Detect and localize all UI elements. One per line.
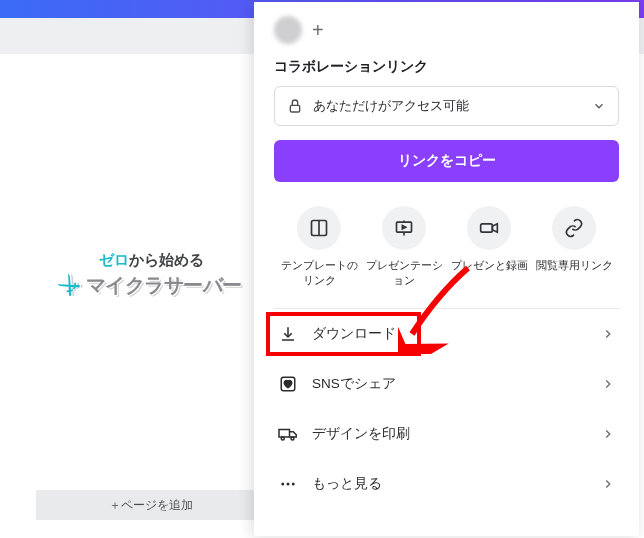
copy-link-label: リンクをコピー [398,152,496,170]
logo-top-rest: から始める [129,251,204,268]
link-icon [564,218,584,238]
more-label: もっと見る [312,475,382,493]
logo-top-line: ゼロから始める [60,251,242,270]
download-icon [278,324,298,344]
share-menu-list: ダウンロード SNSでシェア デザインを印刷 [274,308,619,509]
copy-link-button[interactable]: リンクをコピー [274,140,619,182]
view-only-link-button[interactable]: 閲覧専用リンク [533,206,615,288]
access-text: あなただけがアクセス可能 [313,97,469,115]
svg-point-14 [281,482,284,485]
camera-icon [479,218,499,238]
add-page-button[interactable]: ＋ページを追加 [36,490,266,520]
template-icon [309,218,329,238]
more-icon [278,474,298,494]
chevron-right-icon [601,377,615,391]
truck-icon [278,424,298,444]
svg-marker-8 [492,224,497,232]
template-link-button[interactable]: テンプレートのリンク [278,206,360,288]
svg-rect-11 [279,429,290,437]
svg-point-12 [281,437,284,440]
svg-point-16 [292,482,295,485]
download-row[interactable]: ダウンロード [274,309,619,359]
heart-icon [278,374,298,394]
lock-icon [287,98,303,114]
chevron-right-icon [601,477,615,491]
present-record-button[interactable]: プレゼンと録画 [448,206,530,288]
presentation-label: プレゼンテーション [363,258,445,288]
collaborator-row: + [274,16,619,44]
download-label: ダウンロード [312,325,396,343]
print-design-row[interactable]: デザインを印刷 [274,409,619,459]
logo-main-text: マイクラサーバー [86,272,242,299]
svg-point-15 [287,482,290,485]
avatar [274,16,302,44]
design-canvas: ゼロから始める ⚔ マイクラサーバー [36,120,266,430]
share-panel: + コラボレーションリンク あなただけがアクセス可能 リンクをコピー テンプレー… [254,2,639,536]
present-record-label: プレゼンと録画 [451,258,528,273]
access-dropdown[interactable]: あなただけがアクセス可能 [274,86,619,126]
svg-rect-0 [290,105,299,112]
template-link-label: テンプレートのリンク [278,258,360,288]
more-row[interactable]: もっと見る [274,459,619,509]
view-only-link-label: 閲覧専用リンク [536,258,613,273]
share-icon-grid: テンプレートのリンク プレゼンテーション プレゼンと録画 閲覧専用リンク [274,206,619,288]
svg-marker-6 [402,226,405,229]
svg-point-13 [291,437,294,440]
print-design-label: デザインを印刷 [312,425,410,443]
presentation-button[interactable]: プレゼンテーション [363,206,445,288]
sword-icon: ⚔ [54,269,86,301]
chevron-down-icon [592,99,606,113]
logo-accent-text: ゼロ [99,251,129,268]
add-collaborator-button[interactable]: + [312,19,324,42]
design-logo: ゼロから始める ⚔ マイクラサーバー [60,251,242,299]
chevron-right-icon [601,327,615,341]
svg-rect-7 [481,224,493,232]
logo-main-line: ⚔ マイクラサーバー [60,272,242,299]
collab-link-label: コラボレーションリンク [274,58,619,76]
presentation-icon [394,218,414,238]
chevron-right-icon [601,427,615,441]
add-page-label: ＋ページを追加 [109,497,193,514]
sns-share-label: SNSでシェア [312,375,396,393]
sns-share-row[interactable]: SNSでシェア [274,359,619,409]
